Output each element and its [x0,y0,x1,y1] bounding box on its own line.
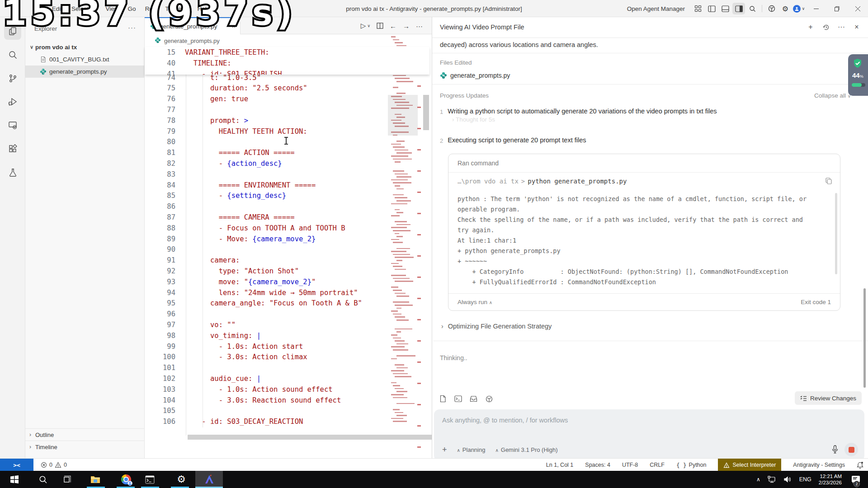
terminal-icon[interactable] [453,393,464,404]
search-sidebar-icon[interactable] [4,46,21,63]
minimap-line [393,421,407,422]
new-conversation-icon[interactable]: + [805,22,816,33]
thought-duration[interactable]: › Thought for 5s [452,116,495,123]
account-avatar[interactable]: ∨ [793,3,805,14]
folder-row[interactable]: ∨ prom vdo ai tx [25,41,145,53]
microphone-icon[interactable] [832,445,838,454]
python-file-icon [155,37,162,44]
planning-mode-selector[interactable]: ∧Planning [457,446,486,453]
chat-input-box[interactable]: Ask anything, @ to mention, / for workfl… [434,409,864,461]
encoding-setting[interactable]: UTF-8 [622,462,638,468]
minimap-line [395,316,405,318]
horizontal-scrollbar[interactable] [188,435,446,440]
sticky-scroll[interactable]: 15VARIANT_THREE_TEETH:40 TIMELINE:41 - i… [145,47,429,75]
settings-gear-icon[interactable]: ⚙ [171,471,192,488]
command-prompt-icon[interactable] [139,471,160,488]
titlebar-controls: Open Agent Manager ⚙ ∨ [627,0,868,17]
more-actions-icon[interactable]: ··· [416,22,423,30]
volume-icon[interactable] [783,476,792,483]
minimize-button[interactable] [806,0,826,17]
chrome-icon[interactable] [116,471,137,488]
command-output[interactable]: python : The term 'python' is not recogn… [458,194,824,287]
remote-indicator[interactable]: >< [0,459,33,471]
new-file-icon[interactable] [437,393,448,404]
notifications-bell-icon[interactable] [857,461,863,469]
restore-button[interactable] [826,0,847,17]
navigate-back-icon[interactable]: ← [390,22,396,30]
minimap-line [396,343,408,345]
antigravity-app-icon[interactable] [195,471,223,488]
testing-icon[interactable] [4,164,21,181]
overview-ruler-mark [417,277,421,278]
source-control-icon[interactable] [4,70,21,87]
problems-indicator[interactable]: 0 0 [41,459,67,471]
inbox-icon[interactable] [468,393,479,404]
edited-file-chip[interactable]: generate_prompts.py [440,72,510,79]
select-interpreter-warning[interactable]: Select Interpreter [718,459,781,471]
eol-setting[interactable]: CRLF [650,462,665,468]
minimap-line [396,331,401,333]
split-editor-icon[interactable] [377,23,383,29]
grid-layout-icon[interactable] [692,3,704,14]
model-selector[interactable]: ∧Gemini 3.1 Pro (High) [495,446,557,453]
browser-preview-icon[interactable] [483,393,495,404]
agent-panel-header: Viewing AI Video Prompt File + ··· × [432,17,868,38]
close-window-button[interactable] [847,0,868,17]
optimizing-section[interactable]: › Optimizing File Generation Strategy [441,323,552,330]
minimap-slider[interactable] [388,95,418,136]
network-icon[interactable] [768,476,776,483]
overview-ruler-mark [417,361,421,363]
outline-section[interactable]: › Outline [25,428,145,441]
review-changes-button[interactable]: Review Changes [795,391,862,405]
file-explorer-icon[interactable] [85,471,106,488]
always-run-button[interactable]: Always run ∧ [458,299,492,305]
navigate-forward-icon[interactable]: → [403,22,410,30]
assistant-message-text: decayed) across various locations and ca… [440,41,598,48]
collapse-all-button[interactable]: Collapse all ∨ [814,92,851,99]
file-row-python[interactable]: generate_prompts.py [25,66,145,78]
action-center-icon[interactable]: 2 [849,471,863,488]
history-icon[interactable] [821,22,831,33]
output-scrollbar[interactable] [835,193,837,274]
copy-icon[interactable] [826,178,832,184]
taskbar-clock[interactable]: 12:21 AM 2/23/2026 [819,473,842,486]
toggle-left-sidebar-icon[interactable] [705,3,718,14]
language-mode[interactable]: { }Python [676,462,707,469]
open-agent-manager-button[interactable]: Open Agent Manager [627,5,685,12]
indentation-setting[interactable]: Spaces: 4 [585,462,610,468]
remote-explorer-icon[interactable] [4,117,21,134]
input-language[interactable]: ENG [799,476,811,483]
file-row-txt[interactable]: 001_CAVITY_BUG.txt [25,53,145,66]
add-context-button[interactable]: + [442,445,447,455]
timeline-section[interactable]: › Timeline [25,441,145,453]
browser-icon[interactable] [765,3,778,14]
start-button[interactable] [4,471,25,488]
folder-name: prom vdo ai tx [35,44,77,51]
minimap-line [395,233,399,235]
usage-widget[interactable]: 44% [848,54,868,96]
toggle-bottom-panel-icon[interactable] [719,3,731,14]
settings-gear-item[interactable]: Antigravity - Settings [793,462,845,468]
search-icon[interactable] [746,3,759,14]
run-python-file-icon[interactable]: ▷∨ [361,22,370,30]
tray-expand-chevron[interactable]: ∧ [756,476,760,483]
extensions-icon[interactable] [4,140,21,157]
stop-generation-button[interactable] [844,443,858,456]
breadcrumb[interactable]: generate_prompts.py [145,34,432,47]
run-debug-icon[interactable] [4,93,21,110]
thinking-status: Thinking.. [440,354,467,361]
vertical-scrollbar[interactable] [423,95,429,130]
code-text: - 3.0s: Reaction sound effect [185,395,341,406]
minimap-line [396,236,403,237]
close-panel-icon[interactable]: × [851,22,862,33]
cursor-position[interactable]: Ln 1, Col 1 [546,462,573,468]
toggle-right-sidebar-icon[interactable] [732,3,745,14]
code-text: - Move: {camera_move_2} [185,234,316,244]
code-text: camera_angle: "Focus on Tooth A & B" [185,298,362,309]
panel-scrollbar[interactable] [863,288,866,388]
code-text: duration: "2.5 seconds" [185,83,307,94]
task-view-icon[interactable] [56,471,77,488]
taskbar-search-icon[interactable] [33,471,53,488]
gear-icon[interactable]: ⚙ [779,3,792,14]
more-options-icon[interactable]: ··· [836,22,847,33]
